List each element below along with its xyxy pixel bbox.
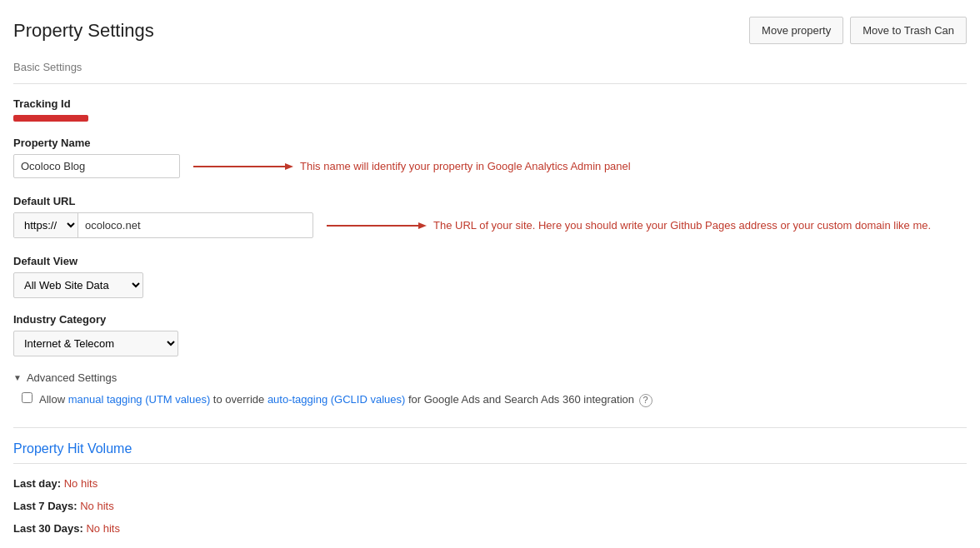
last-7-days-value: No hits [80,500,113,512]
industry-category-label: Industry Category [13,313,967,326]
property-name-label: Property Name [13,137,967,149]
hit-volume-divider [13,427,967,428]
manual-tagging-link[interactable]: manual tagging (UTM values) [68,393,211,406]
property-name-annotation: This name will identify your property in… [300,160,631,172]
manual-tagging-label: Allow manual tagging (UTM values) to ove… [39,392,652,407]
manual-tagging-row: Allow manual tagging (UTM values) to ove… [13,392,967,407]
checkbox-text-3: for Google Ads and Search Ads 360 integr… [405,393,634,406]
last-30-days-row: Last 30 Days: No hits [13,522,967,535]
default-url-row: https:// http:// The URL of your site. H… [13,212,967,238]
last-day-row: Last day: No hits [13,477,967,490]
checkbox-text-1: Allow [39,393,68,406]
industry-category-field: Industry Category Internet & Telecom Art… [13,313,967,356]
page-header: Property Settings Move property Move to … [13,17,967,44]
tracking-id-bar [13,115,88,122]
header-buttons: Move property Move to Trash Can [749,17,967,44]
basic-settings-label: Basic Settings [13,61,967,73]
help-icon[interactable]: ? [639,394,652,407]
last-30-days-label: Last 30 Days: [13,522,83,535]
page-title: Property Settings [13,20,154,42]
url-annotation-container: The URL of your site. Here you should wr… [327,219,931,232]
last-7-days-label: Last 7 Days: [13,500,78,512]
property-name-field: Property Name This name will identify yo… [13,137,967,178]
advanced-settings-label: Advanced Settings [27,371,117,384]
section-divider [13,83,967,84]
property-name-annotation-container: This name will identify your property in… [193,160,631,173]
arrow-right-icon [193,160,293,173]
industry-category-select[interactable]: Internet & Telecom Arts & Entertainment … [13,331,178,356]
manual-tagging-checkbox[interactable] [22,392,32,403]
property-name-input[interactable] [13,154,180,178]
url-annotation: The URL of your site. Here you should wr… [433,219,931,232]
hit-volume-divider-2 [13,463,967,464]
svg-marker-3 [418,222,427,229]
chevron-down-icon: ▼ [13,373,22,382]
url-input-group: https:// http:// [13,212,313,238]
checkbox-text-2: to override [210,393,268,406]
default-view-select[interactable]: All Web Site Data [13,272,143,298]
svg-marker-1 [285,163,293,170]
default-url-field: Default URL https:// http:// The URL of … [13,195,967,238]
last-30-days-value: No hits [86,522,119,535]
tracking-id-field: Tracking Id [13,97,967,122]
auto-tagging-link[interactable]: auto-tagging (GCLID values) [268,393,405,406]
default-url-label: Default URL [13,195,967,207]
default-view-field: Default View All Web Site Data [13,255,967,298]
hit-volume-section: Property Hit Volume Last day: No hits La… [13,427,967,535]
url-protocol-select[interactable]: https:// http:// [14,213,78,237]
url-arrow-right-icon [327,219,427,232]
last-day-value: No hits [64,477,98,490]
last-day-label: Last day: [13,477,61,490]
default-view-label: Default View [13,255,967,267]
tracking-id-label: Tracking Id [13,97,967,110]
hit-volume-title: Property Hit Volume [13,441,967,456]
move-trash-button[interactable]: Move to Trash Can [850,17,967,44]
advanced-settings-section: ▼ Advanced Settings Allow manual tagging… [13,371,967,407]
basic-settings-section: Basic Settings Tracking Id Property Name… [13,61,967,356]
last-7-days-row: Last 7 Days: No hits [13,500,967,512]
property-name-row: This name will identify your property in… [13,154,967,178]
url-domain-input[interactable] [78,214,312,237]
advanced-settings-toggle[interactable]: ▼ Advanced Settings [13,371,967,384]
move-property-button[interactable]: Move property [749,17,843,44]
